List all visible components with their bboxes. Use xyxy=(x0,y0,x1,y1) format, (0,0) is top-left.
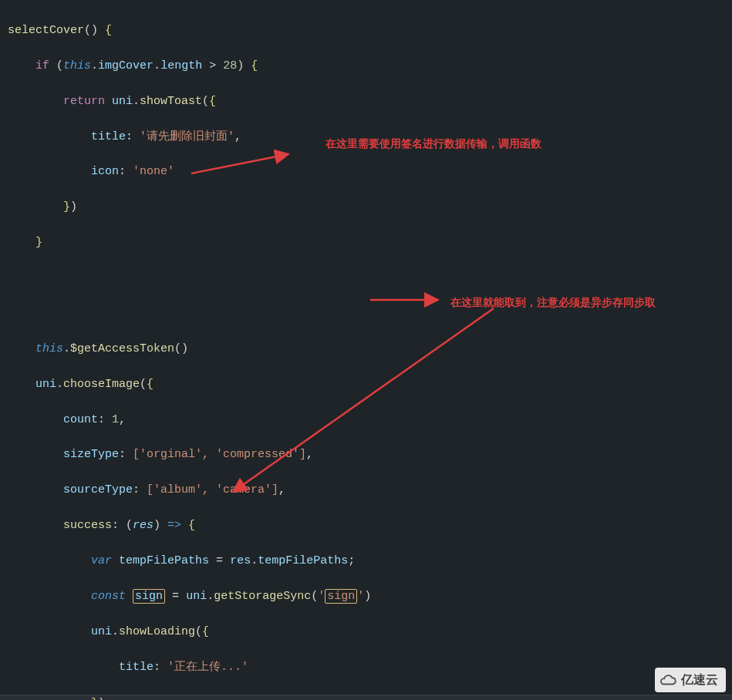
token-call: $getAccessToken xyxy=(70,342,174,355)
code-line: this.$getAccessToken() xyxy=(8,341,732,358)
toast-title: '请先删除旧封面' xyxy=(140,130,234,143)
code-line: icon: 'none' xyxy=(8,163,732,181)
count: 1 xyxy=(112,413,119,426)
code-line: var tempFilePaths = res.res.tempFilePath… xyxy=(8,553,732,570)
size-type: ['orginal', 'compressed'] xyxy=(133,448,306,461)
code-line-active: }) xyxy=(0,695,732,700)
svg-line-2 xyxy=(233,308,494,492)
annotation-top: 在这里需要使用签名进行数据传输，调用函数 xyxy=(326,136,541,152)
code-line: count: 1, xyxy=(8,412,732,429)
loading-title: '正在上传...' xyxy=(167,661,248,674)
fn-name: selectCover xyxy=(8,24,84,37)
code-line: uni.showLoading({ xyxy=(8,624,732,641)
code-line: }) xyxy=(8,199,732,217)
code-line: selectCover() { xyxy=(8,22,732,40)
annotation-right: 在这里就能取到，注意必须是异步存同步取 xyxy=(450,294,656,311)
temp-var: tempFilePaths xyxy=(119,554,209,567)
code-line: } xyxy=(8,234,732,252)
watermark: 亿速云 xyxy=(655,668,726,692)
code-line: title: '正在上传...' xyxy=(8,659,732,677)
code-line: return uni.showToast({ xyxy=(8,93,732,111)
cloud-icon xyxy=(659,671,676,688)
code-line xyxy=(8,270,732,288)
max-length: 28 xyxy=(223,59,237,72)
sign-var: sign xyxy=(133,589,165,604)
code-line: success: (res) => { xyxy=(8,517,732,535)
code-editor: selectCover() { if (this.imgCover.length… xyxy=(0,0,732,700)
toast-icon: 'none' xyxy=(133,165,174,178)
choose-image: chooseImage xyxy=(63,378,140,391)
code-line: if (this.imgCover.length > 28) { xyxy=(8,58,732,76)
code-line: const sign = uni.getStorageSync('sign') xyxy=(8,588,732,606)
code-line: uni.chooseImage({ xyxy=(8,376,732,394)
code-line: sourceType: ['album', 'camera'], xyxy=(8,482,732,500)
watermark-text: 亿速云 xyxy=(681,671,718,689)
code-line: sizeType: ['orginal', 'compressed'], xyxy=(8,446,732,464)
source-type: ['album', 'camera'] xyxy=(147,483,278,496)
